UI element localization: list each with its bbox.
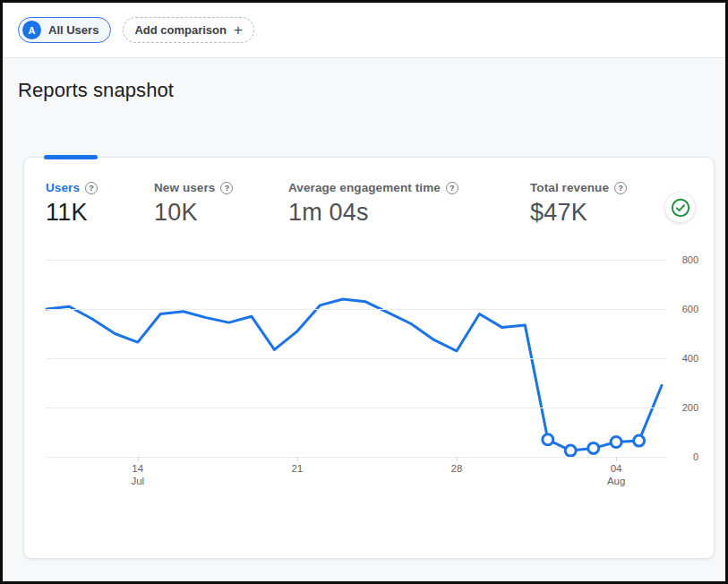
data-point-marker[interactable] bbox=[588, 442, 599, 453]
add-comparison-button[interactable]: Add comparison + bbox=[123, 17, 254, 43]
data-point-marker[interactable] bbox=[543, 434, 553, 445]
plus-icon: + bbox=[234, 22, 243, 38]
x-tick-mark bbox=[138, 457, 139, 461]
chart-plot-area bbox=[46, 257, 666, 459]
y-axis: 0200400600800 bbox=[668, 257, 698, 459]
x-axis-label: 28 bbox=[432, 462, 482, 475]
metric-avg-engagement-label: Average engagement time bbox=[288, 181, 441, 194]
all-users-chip-label: All Users bbox=[48, 23, 98, 37]
y-axis-label: 600 bbox=[682, 304, 698, 315]
line-chart: 0200400600800 14Jul212804Aug bbox=[24, 257, 714, 499]
metric-users-value: 11K bbox=[46, 199, 154, 227]
all-users-chip[interactable]: A All Users bbox=[18, 17, 111, 43]
x-tick-mark bbox=[457, 457, 458, 461]
help-icon[interactable]: ? bbox=[220, 182, 233, 194]
x-axis: 14Jul212804Aug bbox=[46, 457, 666, 498]
comparison-bar: A All Users Add comparison + bbox=[3, 3, 725, 58]
y-axis-label: 800 bbox=[682, 254, 698, 266]
y-axis-label: 400 bbox=[682, 353, 698, 365]
x-axis-label: 14Jul bbox=[113, 462, 163, 487]
metrics-row: Users ? 11K New users ? 10K Average enga… bbox=[24, 158, 714, 227]
gridline bbox=[46, 309, 666, 310]
y-axis-label: 200 bbox=[682, 402, 698, 414]
data-point-marker[interactable] bbox=[565, 445, 576, 456]
data-point-marker[interactable] bbox=[634, 435, 645, 446]
page-title: Reports snapshot bbox=[18, 79, 725, 102]
metric-avg-engagement-time[interactable]: Average engagement time ? 1m 04s bbox=[288, 181, 530, 227]
help-icon[interactable]: ? bbox=[614, 182, 627, 194]
gridline bbox=[46, 358, 666, 359]
gridline bbox=[46, 260, 666, 261]
x-axis-label: 21 bbox=[272, 462, 322, 475]
summary-card: Users ? 11K New users ? 10K Average enga… bbox=[23, 157, 715, 559]
check-circle-icon bbox=[671, 198, 690, 218]
x-tick-mark bbox=[297, 457, 298, 461]
gridline bbox=[46, 408, 666, 408]
metric-avg-engagement-value: 1m 04s bbox=[288, 199, 530, 227]
chart-line bbox=[47, 299, 662, 451]
metric-total-revenue[interactable]: Total revenue ? $47K bbox=[530, 181, 627, 227]
help-icon[interactable]: ? bbox=[85, 182, 98, 194]
metric-users[interactable]: Users ? 11K bbox=[46, 181, 154, 227]
help-icon[interactable]: ? bbox=[446, 182, 458, 194]
report-content: Reports snapshot Users ? 11K New users ? bbox=[3, 58, 725, 584]
metric-total-revenue-label: Total revenue bbox=[530, 181, 609, 194]
y-axis-label: 0 bbox=[693, 451, 698, 463]
users-tab-indicator bbox=[44, 155, 98, 159]
segment-avatar: A bbox=[22, 21, 41, 39]
data-point-marker[interactable] bbox=[611, 437, 621, 448]
x-axis-label: 04Aug bbox=[591, 462, 641, 487]
metric-new-users-value: 10K bbox=[154, 199, 288, 227]
metric-users-label: Users bbox=[46, 181, 80, 194]
metric-total-revenue-value: $47K bbox=[530, 199, 627, 227]
x-tick-mark bbox=[616, 457, 617, 461]
metric-new-users[interactable]: New users ? 10K bbox=[154, 181, 288, 227]
add-comparison-label: Add comparison bbox=[134, 23, 227, 37]
analytics-page: A All Users Add comparison + Reports sna… bbox=[0, 0, 728, 584]
metric-new-users-label: New users bbox=[154, 181, 215, 194]
insights-status-button[interactable] bbox=[664, 192, 696, 223]
